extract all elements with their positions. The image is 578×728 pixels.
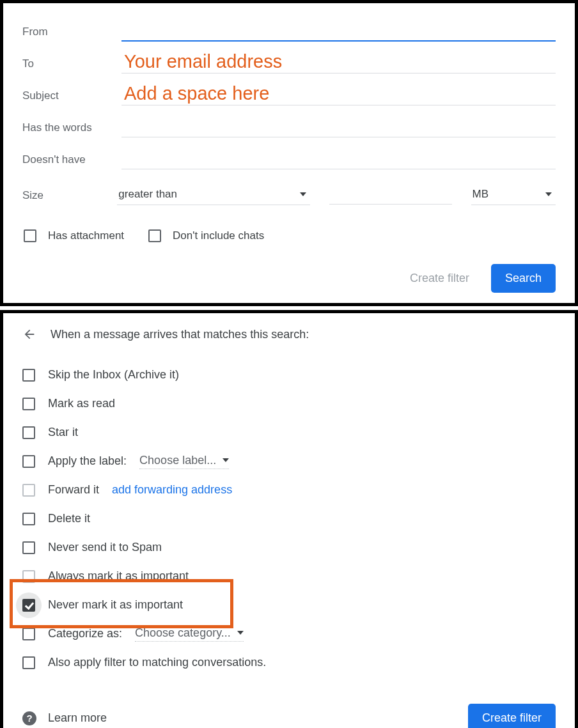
label-size: Size: [22, 189, 117, 202]
action-star: Star it: [22, 418, 556, 447]
back-arrow-icon[interactable]: [22, 327, 36, 341]
action-always_important: Always mark it as important: [22, 562, 556, 591]
action-label: Always mark it as important: [48, 569, 189, 583]
checkbox-forward: [22, 484, 35, 497]
categorize-dropdown[interactable]: Choose category...: [135, 626, 244, 642]
action-mark_read: Mark as read: [22, 389, 556, 418]
has-attachment-check[interactable]: Has attachment: [24, 229, 124, 242]
caret-down-icon: [300, 192, 306, 196]
action-apply_label: Apply the label:Choose label...: [22, 447, 556, 476]
subject-input[interactable]: [121, 87, 556, 105]
label-to: To: [22, 58, 121, 70]
label-from: From: [22, 26, 121, 38]
caret-down-icon: [223, 458, 229, 462]
dropdown-value: Choose label...: [139, 454, 216, 467]
action-skip_inbox: Skip the Inbox (Archive it): [22, 360, 556, 389]
checkbox-delete[interactable]: [22, 513, 35, 525]
checkbox-also_apply[interactable]: [22, 656, 35, 669]
checkbox-skip_inbox[interactable]: [22, 369, 35, 382]
actions-footer: ? Learn more Create filter: [22, 704, 556, 728]
checkbox-icon: [148, 229, 161, 242]
size-unit-value: MB: [473, 188, 489, 201]
actions-header: When a message arrives that matches this…: [22, 327, 556, 341]
learn-more-link[interactable]: ? Learn more: [22, 711, 107, 725]
create-filter-link[interactable]: Create filter: [410, 272, 469, 285]
filter-criteria-panel: From To Your email address Subject Add a…: [0, 0, 578, 306]
action-buttons-row: Create filter Search: [22, 264, 556, 293]
exclude-chats-label: Don't include chats: [173, 229, 264, 242]
row-has-words: Has the words: [22, 112, 556, 144]
action-label: Also apply filter to matching conversati…: [48, 656, 266, 669]
has-attachment-label: Has attachment: [48, 229, 124, 242]
learn-more-label: Learn more: [48, 711, 107, 725]
action-forward: Forward itadd forwarding address: [22, 476, 556, 504]
caret-down-icon: [237, 631, 244, 635]
action-label: Skip the Inbox (Archive it): [48, 368, 179, 382]
row-to: To Your email address: [22, 48, 556, 80]
apply_label-dropdown[interactable]: Choose label...: [139, 454, 229, 469]
dropdown-value: Choose category...: [135, 626, 231, 640]
label-subject: Subject: [22, 89, 121, 102]
row-size: Size greater than MB: [22, 180, 556, 212]
action-delete: Delete it: [22, 504, 556, 533]
extra-checks-row: Has attachment Don't include chats: [22, 229, 556, 242]
size-comparator-dropdown[interactable]: greater than: [117, 187, 310, 205]
forward-link[interactable]: add forwarding address: [112, 483, 232, 497]
actions-header-text: When a message arrives that matches this…: [51, 328, 309, 341]
row-doesnt-have: Doesn't have: [22, 144, 556, 176]
action-label: Never mark it as important: [48, 598, 183, 612]
action-also_apply: Also apply filter to matching conversati…: [22, 648, 556, 677]
checkbox-ripple[interactable]: [16, 592, 42, 618]
action-label: Never send it to Spam: [48, 541, 162, 554]
doesnt-have-input[interactable]: [121, 151, 556, 169]
checkbox-always_important: [22, 570, 35, 583]
size-value-input[interactable]: [329, 187, 451, 205]
has-words-input[interactable]: [121, 119, 556, 137]
checkbox-icon: [24, 229, 36, 242]
checkbox-mark_read[interactable]: [22, 398, 35, 410]
from-input[interactable]: [121, 22, 556, 42]
checkbox-never_spam[interactable]: [22, 541, 35, 554]
caret-down-icon: [545, 192, 552, 196]
action-categorize: Categorize as:Choose category...: [22, 619, 556, 648]
to-input[interactable]: [121, 55, 556, 74]
action-label: Forward it: [48, 483, 99, 497]
exclude-chats-check[interactable]: Don't include chats: [148, 229, 264, 242]
size-unit-dropdown[interactable]: MB: [471, 187, 556, 205]
help-icon: ?: [22, 711, 36, 725]
search-button[interactable]: Search: [491, 264, 556, 293]
checkbox-icon: [22, 599, 35, 612]
action-never_important: Never mark it as important: [22, 591, 556, 619]
action-label: Mark as read: [48, 397, 115, 410]
label-doesnt-have: Doesn't have: [22, 153, 121, 166]
action-label: Apply the label:: [48, 454, 127, 468]
checkbox-categorize[interactable]: [22, 628, 35, 640]
action-never_spam: Never send it to Spam: [22, 533, 556, 562]
action-label: Categorize as:: [48, 627, 122, 640]
filter-actions-panel: When a message arrives that matches this…: [0, 310, 578, 728]
action-label: Delete it: [48, 512, 90, 525]
create-filter-button[interactable]: Create filter: [468, 704, 556, 728]
label-has-words: Has the words: [22, 121, 121, 134]
row-from: From: [22, 16, 556, 48]
action-label: Star it: [48, 426, 78, 439]
row-subject: Subject Add a space here: [22, 80, 556, 112]
checkbox-star[interactable]: [22, 426, 35, 439]
size-comparator-value: greater than: [118, 188, 177, 201]
checkbox-apply_label[interactable]: [22, 455, 35, 468]
